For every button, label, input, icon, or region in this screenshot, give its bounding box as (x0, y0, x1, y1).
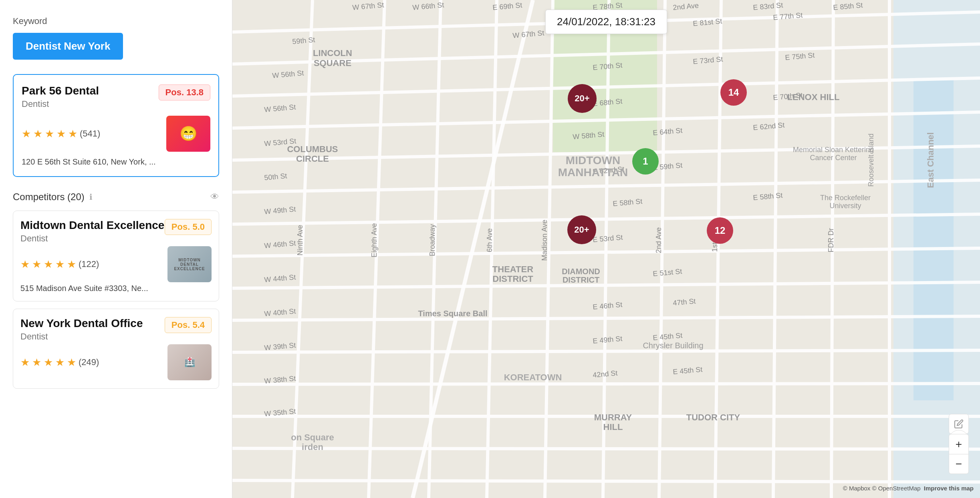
svg-text:DISTRICT: DISTRICT (492, 274, 533, 284)
svg-text:KOREATOWN: KOREATOWN (504, 372, 562, 382)
svg-text:LENOX HILL: LENOX HILL (787, 92, 840, 102)
svg-line-25 (232, 350, 980, 352)
competitor-type-1: Dentist (20, 233, 164, 244)
zoom-out-button[interactable]: − (949, 454, 969, 474)
eye-icon[interactable]: 👁 (210, 192, 219, 202)
competitors-header: Competitors (20) ℹ 👁 (13, 191, 219, 203)
svg-text:Madison Ave: Madison Ave (540, 220, 548, 261)
map-pin-4[interactable]: 20+ (567, 215, 596, 244)
map-container[interactable]: W 67th St W 66th St E 69th St E 78th St … (232, 0, 980, 498)
svg-text:DISTRICT: DISTRICT (563, 275, 599, 284)
map-pin-1[interactable]: 20+ (568, 84, 597, 113)
map-attribution: © Mapbox © OpenStreetMap Improve this ma… (843, 485, 974, 492)
svg-text:Chrysler Building: Chrysler Building (643, 341, 703, 350)
svg-text:MANHATTAN: MANHATTAN (558, 166, 628, 179)
competitor-info-1: Midtown Dental Excellence Dentist (20, 219, 164, 244)
competitor-stars-1: ★ ★ ★ ★ ★ (122) (20, 258, 99, 271)
c1-review-count: (122) (79, 259, 99, 269)
c1-star-4: ★ (55, 258, 65, 271)
business-address: 120 E 56th St Suite 610, New York, ... (22, 157, 210, 167)
star-2: ★ (33, 128, 42, 140)
svg-text:Eighth Ave: Eighth Ave (370, 223, 378, 257)
competitor-pos-2: Pos. 5.4 (165, 317, 212, 333)
competitor-card-row: Midtown Dental Excellence Dentist Pos. 5… (20, 219, 212, 244)
svg-text:Broadway: Broadway (428, 224, 436, 256)
map-pin-2[interactable]: 14 (720, 79, 747, 106)
competitor-middle-2: ★ ★ ★ ★ ★ (249) 🏥 (20, 344, 212, 380)
keyword-label: Keyword (13, 16, 219, 26)
competitor-card-2: New York Dental Office Dentist Pos. 5.4 … (13, 309, 219, 389)
c1-star-1: ★ (20, 258, 30, 271)
svg-text:Roosevelt Island: Roosevelt Island (867, 133, 875, 187)
svg-text:MIDTOWN: MIDTOWN (566, 154, 620, 167)
svg-text:East Channel: East Channel (926, 132, 936, 188)
star-3: ★ (45, 128, 54, 140)
competitor-card-row-2: New York Dental Office Dentist Pos. 5.4 (20, 317, 212, 342)
competitor-address-1: 515 Madison Ave Suite #3303, Ne... (20, 284, 212, 293)
competitor-image-1: MIDTOWNDENTAL EXCELLENCE (167, 246, 212, 282)
info-icon[interactable]: ℹ (89, 192, 93, 202)
c2-star-half: ★ (67, 356, 76, 369)
svg-text:MURRAY: MURRAY (594, 412, 632, 422)
c2-star-4: ★ (55, 356, 65, 369)
svg-text:HILL: HILL (603, 422, 623, 432)
left-panel: Keyword Dentist New York Park 56 Dental … (0, 0, 232, 498)
competitor-name-2: New York Dental Office (20, 317, 143, 330)
svg-text:The Rockefeller: The Rockefeller (820, 194, 871, 202)
competitors-title: Competitors (20) (13, 191, 85, 203)
business-type: Dentist (22, 99, 99, 109)
business-name: Park 56 Dental (22, 84, 99, 97)
competitor-stars-2: ★ ★ ★ ★ ★ (249) (20, 356, 99, 369)
review-count: (541) (80, 129, 100, 139)
svg-text:SQUARE: SQUARE (314, 58, 351, 68)
c2-star-2: ★ (32, 356, 41, 369)
svg-line-26 (232, 384, 980, 384)
map-pin-5[interactable]: 12 (707, 217, 733, 244)
c1-star-half: ★ (67, 258, 76, 271)
competitor-info-2: New York Dental Office Dentist (20, 317, 143, 342)
svg-rect-2 (913, 80, 954, 400)
c2-star-1: ★ (20, 356, 30, 369)
star-4: ★ (56, 128, 66, 140)
keyword-button[interactable]: Dentist New York (13, 33, 123, 60)
svg-text:6th Ave: 6th Ave (486, 228, 494, 252)
map-svg: W 67th St W 66th St E 69th St E 78th St … (232, 0, 980, 498)
svg-text:Ninth Ave: Ninth Ave (296, 225, 304, 256)
competitor-image-2: 🏥 (167, 344, 212, 380)
svg-text:COLUMBUS: COLUMBUS (287, 144, 338, 154)
c1-star-2: ★ (32, 258, 41, 271)
position-badge: Pos. 13.8 (159, 84, 210, 100)
business-info: Park 56 Dental Dentist (22, 84, 99, 109)
svg-text:on Square: on Square (291, 432, 334, 442)
business-image: 😁 (166, 116, 210, 152)
svg-text:Memorial Sloan Kettering: Memorial Sloan Kettering (793, 146, 874, 154)
card-middle: ★ ★ ★ ★ ★ (541) 😁 (22, 116, 210, 152)
main-result-card: Park 56 Dental Dentist Pos. 13.8 ★ ★ ★ ★… (13, 74, 219, 177)
improve-map-link[interactable]: Improve this map (924, 485, 974, 492)
competitor-middle-1: ★ ★ ★ ★ ★ (122) MIDTOWNDENTAL EXCELLENCE (20, 246, 212, 282)
map-timestamp: 24/01/2022, 18:31:23 (545, 10, 667, 34)
svg-text:FDR Dr: FDR Dr (827, 228, 835, 253)
map-pin-3[interactable]: 1 (632, 148, 659, 175)
competitor-type-2: Dentist (20, 331, 143, 342)
competitor-name-1: Midtown Dental Excellence (20, 219, 164, 232)
competitor-pos-1: Pos. 5.0 (165, 219, 212, 235)
svg-text:Cancer Center: Cancer Center (810, 154, 857, 162)
svg-text:2nd Ave: 2nd Ave (655, 227, 663, 253)
c1-star-3: ★ (44, 258, 53, 271)
svg-text:CIRCLE: CIRCLE (296, 154, 329, 164)
map-zoom-controls: + − (949, 434, 969, 474)
svg-text:LINCOLN: LINCOLN (313, 48, 352, 58)
star-half: ★ (68, 128, 77, 140)
svg-text:University: University (829, 202, 861, 210)
card-top: Park 56 Dental Dentist Pos. 13.8 (22, 84, 210, 109)
stars-row: ★ ★ ★ ★ ★ (541) (22, 128, 100, 140)
svg-text:TUDOR CITY: TUDOR CITY (686, 412, 740, 422)
svg-text:irden: irden (302, 442, 323, 452)
svg-line-29 (232, 480, 980, 482)
zoom-in-button[interactable]: + (949, 434, 969, 454)
c2-star-3: ★ (44, 356, 53, 369)
svg-line-28 (232, 448, 980, 449)
svg-text:THEATER: THEATER (492, 264, 533, 274)
competitor-card-1: Midtown Dental Excellence Dentist Pos. 5… (13, 211, 219, 301)
